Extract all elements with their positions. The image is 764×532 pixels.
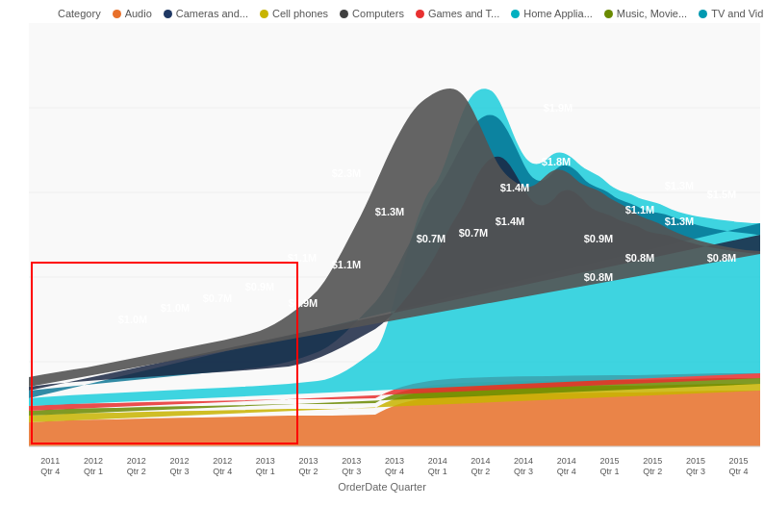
x-tick: 2012Qtr 1 [72, 456, 115, 477]
svg-text:$0.7M: $0.7M [417, 233, 446, 244]
legend-item: Games and T... [416, 8, 499, 19]
x-axis-label: OrderDate Quarter [338, 481, 426, 493]
legend-item-label: Music, Movie... [617, 8, 687, 19]
svg-text:$1.4M: $1.4M [496, 215, 525, 227]
legend-item-label: Audio [125, 8, 152, 19]
svg-text:$1.3M: $1.3M [375, 206, 405, 217]
x-tick: 2013Qtr 3 [330, 456, 373, 477]
x-tick: 2014Qtr 3 [502, 456, 546, 477]
x-tick: 2014Qtr 2 [459, 456, 502, 477]
x-tick: 2012Qtr 4 [201, 456, 244, 477]
svg-text:$0.9M: $0.9M [584, 233, 614, 244]
legend-title: Category [58, 8, 101, 19]
svg-text:$2.3M: $2.3M [332, 167, 362, 179]
legend-item-label: Computers [352, 8, 404, 19]
svg-text:$1.1M: $1.1M [288, 252, 318, 264]
chart-container: Category AudioCameras and...Cell phonesC… [0, 0, 764, 532]
legend-color-dot [113, 10, 121, 18]
legend-item: Music, Movie... [604, 8, 687, 19]
legend-item: Audio [113, 8, 152, 19]
svg-text:$1.9M: $1.9M [544, 102, 573, 114]
legend: Category AudioCameras and...Cell phonesC… [0, 0, 764, 23]
legend-item-label: Games and T... [428, 8, 499, 19]
legend-color-dot [511, 10, 520, 18]
x-tick: 2015Qtr 2 [631, 456, 675, 477]
legend-color-dot [340, 10, 348, 18]
legend-color-dot [604, 10, 613, 18]
legend-item-label: Home Applia... [523, 8, 593, 19]
svg-text:$1.1M: $1.1M [332, 259, 362, 270]
x-tick: 2015Qtr 1 [588, 456, 631, 477]
legend-color-dot [260, 10, 268, 18]
svg-text:$0.9M: $0.9M [289, 297, 318, 309]
x-tick: 2015Qtr 4 [717, 456, 760, 477]
x-tick: 2011Qtr 4 [29, 456, 72, 477]
legend-color-dot [164, 10, 172, 18]
svg-text:$0.8M: $0.8M [707, 252, 737, 264]
x-tick: 2012Qtr 3 [158, 456, 201, 477]
legend-item: Home Applia... [511, 8, 593, 19]
svg-text:$0.8M: $0.8M [584, 271, 614, 283]
svg-text:$0.8M: $0.8M [625, 252, 655, 264]
x-tick: 2013Qtr 1 [244, 456, 288, 477]
x-axis-ticks: 2011Qtr 4 2012Qtr 1 2012Qtr 2 2012Qtr 3 … [29, 456, 760, 477]
svg-text:$1.4M: $1.4M [500, 182, 530, 193]
x-tick: 2013Qtr 2 [287, 456, 330, 477]
svg-text:$0.7M: $0.7M [459, 227, 489, 239]
x-tick: 2014Qtr 4 [545, 456, 588, 477]
legend-item: Cameras and... [164, 8, 248, 19]
legend-item-label: Cameras and... [176, 8, 248, 19]
svg-text:$0.7M: $0.7M [203, 292, 233, 304]
svg-text:$0.9M: $0.9M [245, 281, 275, 292]
legend-item: TV and Video [699, 8, 764, 19]
legend-color-dot [416, 10, 424, 18]
svg-text:$1.1M: $1.1M [625, 204, 655, 215]
main-chart-svg: $1.0M $1.0M $0.7M $0.9M $1.1M $2.3M $1.3… [29, 23, 760, 466]
legend-color-dot [699, 10, 707, 18]
x-tick: 2013Qtr 4 [373, 456, 417, 477]
svg-text:$1.3M: $1.3M [665, 215, 695, 227]
svg-text:$1.3M: $1.3M [665, 180, 695, 191]
svg-text:$1.0M: $1.0M [118, 314, 148, 325]
svg-text:$1.5M: $1.5M [707, 189, 737, 200]
svg-text:$1.8M: $1.8M [542, 156, 572, 167]
legend-item-label: TV and Video [711, 8, 764, 19]
chart-area: $1.0M $1.0M $0.7M $0.9M $1.1M $2.3M $1.3… [0, 23, 764, 494]
svg-text:$1.0M: $1.0M [161, 302, 191, 314]
x-tick: 2012Qtr 2 [115, 456, 158, 477]
legend-item: Cell phones [260, 8, 328, 19]
legend-item-label: Cell phones [272, 8, 328, 19]
legend-item: Computers [340, 8, 404, 19]
x-tick: 2014Qtr 1 [416, 456, 459, 477]
x-tick: 2015Qtr 3 [675, 456, 718, 477]
